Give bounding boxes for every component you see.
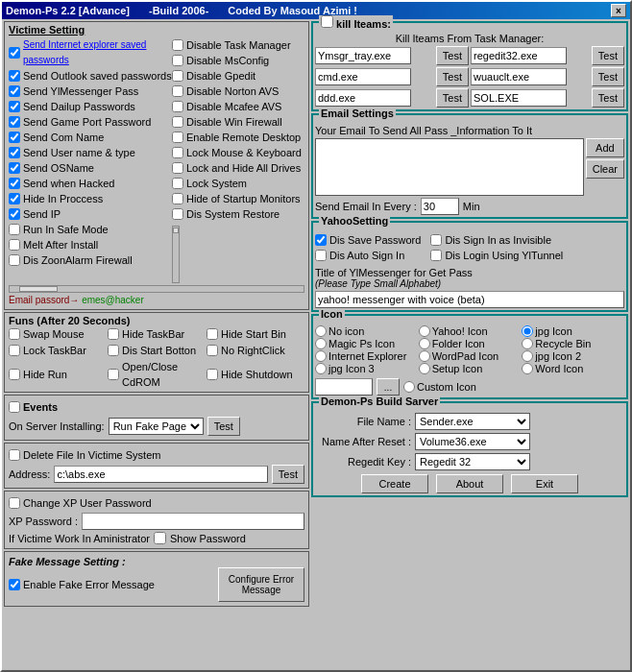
scrollbar-v[interactable] [172,226,180,283]
cb-dis-mcafee-label: Disable Mcafee AVS [186,99,281,114]
custom-icon-input[interactable] [315,378,373,396]
cb-dis-firewall[interactable] [172,116,183,128]
kill-exe-1[interactable] [315,47,411,64]
radio-wordpad-icon[interactable] [419,350,430,362]
rc-row-7: Enable Remote Desktop [172,130,304,145]
cb-show-password[interactable] [154,532,166,544]
radio-no-icon[interactable] [315,325,327,337]
cb-dis-mcafee[interactable] [172,101,183,112]
cb-hide-process[interactable] [9,193,20,204]
send-every-label: Send Email In Every : [315,201,417,212]
on-server-select[interactable]: Run Fake Page [109,418,204,435]
address-input[interactable]: c:\abs.exe [54,466,267,483]
kill-exe-3[interactable] [315,68,411,85]
build-filename-select[interactable]: Sender.exe [415,413,530,430]
kill-test-6[interactable]: Test [592,88,624,108]
cb-send-com[interactable] [9,132,20,143]
delete-test-button[interactable]: Test [272,465,304,484]
kill-test-1[interactable]: Test [436,46,469,65]
cb-send-os[interactable] [9,162,20,174]
cb-hide-startbin[interactable] [207,328,218,340]
add-button[interactable]: Add [586,138,624,157]
cb-send-ip[interactable] [9,208,20,220]
radio-jpg2-icon[interactable] [522,350,533,362]
yahoo-title-input[interactable] [315,291,624,308]
clear-button[interactable]: Clear [586,159,624,179]
cb-swap-mouse-label: Swap Mouse [23,326,85,342]
cb-hide-run[interactable] [9,369,20,380]
cb-send-outlook[interactable] [9,70,20,82]
kill-exe-6[interactable] [471,89,567,107]
build-namereset-select[interactable]: Volume36.exe [415,433,530,450]
cb-dis-norton[interactable] [172,85,183,97]
cb-send-hacked[interactable] [9,178,20,189]
exit-button[interactable]: Exit [511,474,578,493]
kill-exe-5[interactable] [315,89,411,107]
cb-dis-msconfig[interactable] [172,55,183,66]
funs-grid: Swap Mouse Hide TaskBar Hide Start Bin L… [9,326,304,390]
cb-dis-zoom[interactable] [9,254,20,266]
close-button[interactable]: × [611,4,626,17]
radio-jpg3-icon[interactable] [315,363,327,374]
label-no-icon: No icon [328,325,364,337]
cb-delete-enabled[interactable] [9,449,20,461]
cb-send-ie[interactable] [9,47,20,59]
radio-jpg-icon[interactable] [522,325,533,337]
radio-setup-icon[interactable] [419,363,430,374]
radio-word-icon[interactable] [522,363,533,374]
kill-exe-2[interactable] [471,47,567,64]
xp-title-row: Change XP User Password [9,495,304,511]
radio-recycle-icon[interactable] [522,338,533,349]
cb-fake-enabled[interactable] [9,579,20,590]
cb-no-rightclick[interactable] [207,345,218,356]
cb-hide-shutdown[interactable] [207,369,218,380]
about-button[interactable]: About [436,474,503,493]
cb-dis-sysrestore[interactable] [172,208,183,220]
radio-yahoo-icon[interactable] [419,325,430,337]
configure-message-button[interactable]: Configure Error Message [218,567,304,602]
cb-open-cdrom[interactable] [108,369,119,380]
cb-lock-system[interactable] [172,178,183,189]
cb-enable-rdp[interactable] [172,132,183,143]
build-regedit-select[interactable]: Regedit 32 [415,453,530,470]
title-left: Demon-Ps 2.2 [Advance] [6,5,130,16]
kill-test-3[interactable]: Test [436,67,469,86]
cb-safe-mode[interactable] [9,224,20,235]
cb-dis-login-tunnel[interactable] [430,250,442,261]
cb-lock-taskbar[interactable] [9,345,20,356]
cb-send-dailup[interactable] [9,101,20,112]
cb-send-yl[interactable] [9,85,20,97]
cb-melt[interactable] [9,239,20,251]
browse-icon-button[interactable]: ... [377,378,400,396]
cb-events-enabled[interactable] [9,401,20,413]
radio-custom-icon[interactable] [403,381,415,393]
cb-kill-enabled[interactable] [321,15,333,28]
horizontal-scrollbar[interactable] [9,285,304,293]
cb-dis-save-password[interactable] [315,234,327,246]
cb-send-game[interactable] [9,116,20,128]
cb-lock-mouse[interactable] [172,147,183,158]
cb-xp-enabled[interactable] [9,497,20,509]
kill-test-4[interactable]: Test [592,67,624,86]
events-test-button[interactable]: Test [207,417,240,436]
cb-dis-startbtn[interactable] [108,345,119,356]
xp-password-input[interactable] [82,513,304,530]
kill-test-2[interactable]: Test [592,46,624,65]
cb-swap-mouse[interactable] [9,328,20,340]
cb-hide-startup[interactable] [172,193,183,204]
cb-dis-signin-invisible[interactable] [430,234,442,246]
email-textarea[interactable] [315,138,584,196]
cb-hide-taskbar[interactable] [108,328,119,340]
cb-dis-auto-signin[interactable] [315,250,327,261]
cb-dis-taskmgr[interactable] [172,39,183,51]
cb-dis-gpedit[interactable] [172,70,183,82]
radio-magic-icon[interactable] [315,338,327,349]
create-button[interactable]: Create [361,474,428,493]
cb-send-user[interactable] [9,147,20,158]
send-every-input[interactable] [421,198,459,215]
kill-exe-4[interactable] [471,68,567,85]
cb-lock-hide-drives[interactable] [172,162,183,174]
kill-test-5[interactable]: Test [436,88,469,108]
radio-ie-icon[interactable] [315,350,327,362]
radio-folder-icon[interactable] [419,338,430,349]
